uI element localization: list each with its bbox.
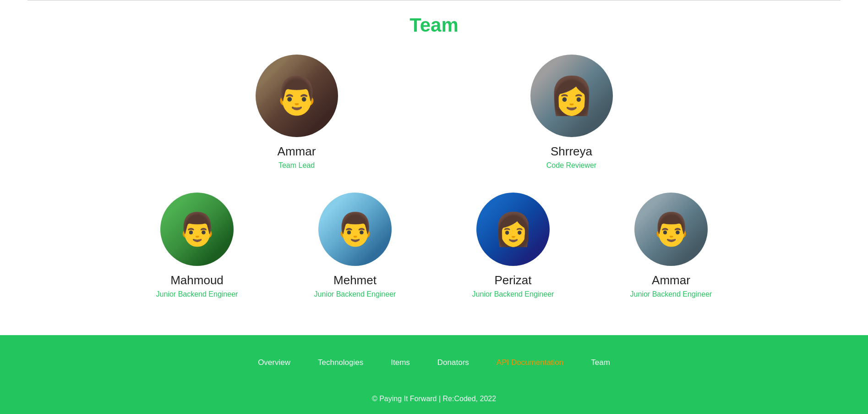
- team-member-shrreya: Shrreya Code Reviewer: [530, 55, 613, 170]
- team-member-mehmet: Mehmet Junior Backend Engineer: [314, 193, 396, 298]
- team-member-mahmoud: Mahmoud Junior Backend Engineer: [156, 193, 238, 298]
- footer-nav-api-documentation[interactable]: API Documentation: [497, 358, 563, 367]
- main-content: Team Ammar Team Lead Shrreya Code Review…: [0, 0, 868, 335]
- team-member-ammar-jr: Ammar Junior Backend Engineer: [630, 193, 712, 298]
- member-name-shrreya: Shrreya: [551, 144, 592, 159]
- footer-nav-technologies[interactable]: Technologies: [318, 358, 363, 367]
- member-role-ammar-lead: Team Lead: [278, 161, 315, 170]
- member-role-mehmet: Junior Backend Engineer: [314, 290, 396, 298]
- footer-nav-overview[interactable]: Overview: [258, 358, 290, 367]
- member-role-ammar-jr: Junior Backend Engineer: [630, 290, 712, 298]
- team-top-row: Ammar Team Lead Shrreya Code Reviewer: [114, 55, 755, 170]
- footer-nav-donators[interactable]: Donators: [437, 358, 469, 367]
- member-name-ammar-lead: Ammar: [278, 144, 316, 159]
- avatar-mehmet: [318, 193, 392, 266]
- member-role-perizat: Junior Backend Engineer: [472, 290, 554, 298]
- team-member-ammar-lead: Ammar Team Lead: [256, 55, 338, 170]
- footer-nav: Overview Technologies Items Donators API…: [9, 349, 859, 376]
- avatar-shrreya: [530, 55, 613, 137]
- section-title: Team: [9, 14, 859, 36]
- member-name-mehmet: Mehmet: [333, 273, 377, 287]
- footer: Overview Technologies Items Donators API…: [0, 335, 868, 414]
- avatar-ammar-jr: [634, 193, 708, 266]
- footer-nav-items[interactable]: Items: [391, 358, 410, 367]
- member-name-perizat: Perizat: [495, 273, 532, 287]
- footer-copyright: © Paying It Forward | Re:Coded, 2022: [9, 376, 859, 414]
- member-name-ammar-jr: Ammar: [652, 273, 690, 287]
- team-member-perizat: Perizat Junior Backend Engineer: [472, 193, 554, 298]
- avatar-mahmoud: [160, 193, 234, 266]
- member-role-mahmoud: Junior Backend Engineer: [156, 290, 238, 298]
- member-name-mahmoud: Mahmoud: [170, 273, 224, 287]
- team-bottom-row: Mahmoud Junior Backend Engineer Mehmet J…: [91, 193, 778, 298]
- member-role-shrreya: Code Reviewer: [546, 161, 596, 170]
- avatar-ammar-lead: [256, 55, 338, 137]
- footer-nav-team[interactable]: Team: [591, 358, 610, 367]
- avatar-perizat: [476, 193, 550, 266]
